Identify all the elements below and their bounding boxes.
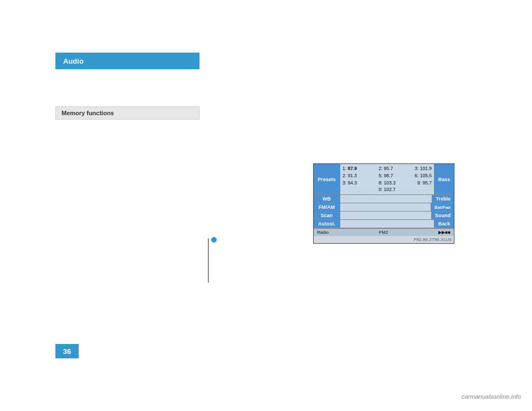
wb-button[interactable]: WB [314,195,340,203]
radio-status-row: Radio FM2 ▶▶■■ [314,228,454,236]
blue-dot-marker [211,237,217,243]
fmam-button[interactable]: FM/AM [314,203,340,211]
memory-functions-text: Memory functions [62,110,114,116]
freq-8: 8: 103.3 [378,179,396,187]
freq-4: 2: 91.3 [342,172,357,179]
back-button[interactable]: Back [434,220,454,228]
header-title: Audio [63,57,84,65]
radio-scan-row: Scan Sound [314,212,454,220]
freq-content: 1: 87.9 2: 95.7 3: 101.9 2: 91.3 5: 98.7… [342,165,432,193]
freq-9: 9: 95.7 [417,179,432,187]
memory-functions-label: Memory functions [55,106,200,120]
freq-end [431,186,432,193]
header-banner: Audio [55,53,200,69]
freq-spacer [342,186,344,193]
radio-status-mode: FM2 [379,230,388,235]
page-number-badge: 36 [55,344,79,358]
freq-0: 0: 102.7 [378,186,396,193]
balfad-button[interactable]: Bal/Fad [431,203,454,211]
radio-fmam-row: FM/AM Bal/Fad [314,203,454,212]
treble-button[interactable]: Treble [432,195,454,203]
radio-presets-row: Presets 1: 87.9 2: 95.7 3: 101.9 2: 91.3… [314,164,454,195]
radio-wb-row: WB Treble [314,195,454,203]
watermark: carmanualsonline.info [462,393,521,400]
scan-center [340,212,431,219]
freq-6: 6: 105.5 [415,172,432,179]
radio-status-icons: ▶▶■■ [438,230,451,235]
freq-row-4: 0: 102.7 [342,186,432,193]
freq-row-2: 2: 91.3 5: 98.7 6: 105.5 [342,172,432,179]
freq-3: 3: 101.9 [415,165,432,172]
sound-button[interactable]: Sound [431,212,454,219]
freq-5: 5: 98.7 [378,172,393,179]
wb-center [340,195,432,203]
radio-autost-row: Autost. Back [314,220,454,228]
autost-button[interactable]: Autost. [314,220,340,228]
bass-button[interactable]: Bass [434,164,454,194]
radio-display-panel: Presets 1: 87.9 2: 95.7 3: 101.9 2: 91.3… [313,163,454,244]
freq-row-3: 3: 94.3 8: 103.3 9: 95.7 [342,179,432,187]
freq-7: 3: 94.3 [342,179,357,187]
scan-button[interactable]: Scan [314,212,340,219]
page-number-text: 36 [63,347,71,356]
radio-panel-inner: Presets 1: 87.9 2: 95.7 3: 101.9 2: 91.3… [314,164,454,236]
freq-row-1: 1: 87.9 2: 95.7 3: 101.9 [342,165,432,172]
autost-center [340,220,434,228]
freq-2: 2: 95.7 [378,165,393,172]
vertical-separator [208,238,209,282]
presets-button[interactable]: Presets [314,164,340,194]
radio-status-label: Radio [317,230,329,235]
radio-caption: P82.86-2796-31US [314,236,454,243]
fmam-center [340,203,431,211]
freq-display: 1: 87.9 2: 95.7 3: 101.9 2: 91.3 5: 98.7… [340,164,434,194]
freq-1: 1: 87.9 [342,165,357,172]
